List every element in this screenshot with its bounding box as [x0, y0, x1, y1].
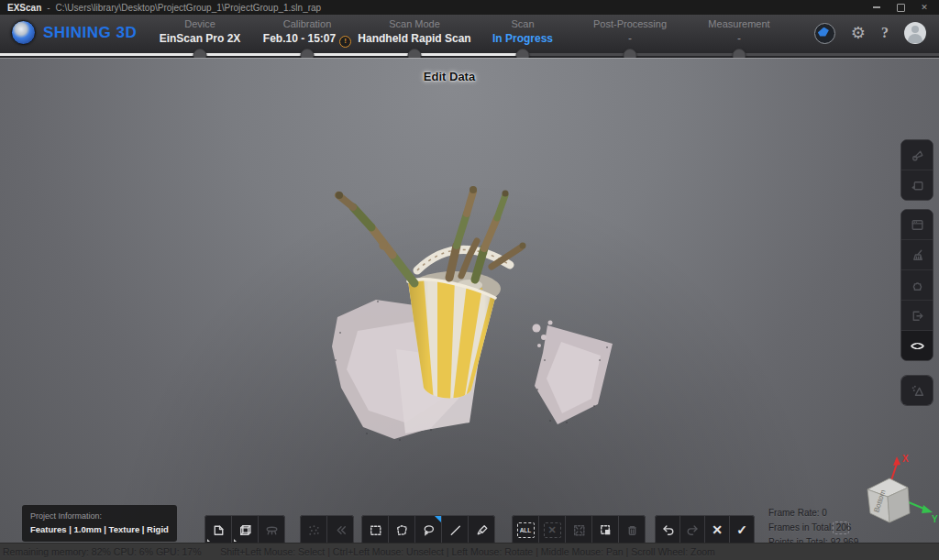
- help-icon[interactable]: ?: [881, 25, 889, 41]
- frame-rate: Frame Rate: 0: [768, 506, 858, 521]
- system-memory-status: Remaining memory: 82% CPU: 6% GPU: 17%: [3, 546, 202, 557]
- sidebar-group-edit: [900, 209, 933, 361]
- axis-x-label: X: [902, 454, 909, 464]
- invert-selection-button[interactable]: [591, 515, 619, 544]
- title-separator: -: [47, 3, 50, 13]
- settings-gear-icon[interactable]: ⚙: [851, 24, 866, 42]
- confirm-edit-button[interactable]: ✓: [729, 515, 755, 544]
- project-file-path: C:\Users\library\Desktop\ProjectGroup_1\…: [56, 3, 322, 13]
- toolbar-group-actions: ✕ ✓: [655, 515, 755, 544]
- broom-icon-button[interactable]: [901, 240, 933, 270]
- eye-icon-button[interactable]: [901, 331, 933, 360]
- select-all-label: ALL: [517, 522, 535, 538]
- title-bar: EXScan - C:\Users\library\Desktop\Projec…: [0, 0, 939, 15]
- delete-selection-button[interactable]: [618, 515, 646, 544]
- workflow-nav: SHINING 3D Device EinScan Pro 2X Calibra…: [0, 15, 939, 58]
- redo-button[interactable]: [679, 515, 705, 544]
- app-name: EXScan: [7, 3, 41, 13]
- expand-selection-button[interactable]: [565, 515, 592, 544]
- project-info-settings: Features | 1.0mm | Texture | Rigid: [30, 523, 169, 535]
- mesh-optimize-icon-button[interactable]: [901, 376, 933, 405]
- maximize-button[interactable]: [895, 2, 906, 13]
- status-bar: Remaining memory: 82% CPU: 6% GPU: 17% S…: [0, 543, 939, 560]
- active-tool-indicator: [435, 516, 441, 522]
- cube-icon-button[interactable]: [231, 515, 259, 544]
- line-select-icon-button[interactable]: [441, 515, 469, 544]
- brand-logo: SHINING 3D: [11, 20, 137, 45]
- window-panel-icon-button[interactable]: [901, 210, 933, 240]
- user-avatar[interactable]: [904, 22, 926, 44]
- shining3d-globe-icon: [11, 20, 36, 45]
- file-icon-button[interactable]: [204, 515, 232, 544]
- point-cloud-icon-button[interactable]: [300, 515, 327, 544]
- polygon-select-icon-button[interactable]: [388, 515, 415, 544]
- exscan-window: EXScan - C:\Users\library\Desktop\Projec…: [0, 0, 939, 560]
- edit-toolbar: ALL ✕: [204, 515, 755, 544]
- select-all-button[interactable]: ALL: [512, 515, 539, 544]
- project-info-box: Project Information: Features | 1.0mm | …: [22, 505, 177, 542]
- mode-banner: Edit Data: [424, 70, 475, 83]
- rewind-icon-button[interactable]: [326, 515, 354, 544]
- frame-bracket-icon: [833, 522, 849, 534]
- project-info-heading: Project Information:: [30, 511, 169, 522]
- unselect-button[interactable]: ✕: [538, 515, 566, 544]
- toolbar-group-data: [204, 515, 285, 544]
- toolbar-group-select-tools: [361, 515, 495, 544]
- 3d-viewport[interactable]: Edit Data: [0, 58, 939, 543]
- minimize-button[interactable]: [871, 2, 882, 13]
- toolbar-group-points: [300, 515, 354, 544]
- sidebar-group-mesh: [900, 375, 933, 406]
- cancel-edit-button[interactable]: ✕: [704, 515, 730, 544]
- mouse-hints: Shift+Left Mouse: Select | Ctrl+Left Mou…: [220, 546, 715, 557]
- export-icon-button[interactable]: [901, 301, 933, 331]
- rect-select-icon-button[interactable]: [361, 515, 389, 544]
- orientation-cube[interactable]: X Y Bottom: [853, 449, 939, 541]
- step-value: -: [661, 31, 817, 46]
- undo-button[interactable]: [655, 515, 680, 544]
- workflow-progress-track: [0, 53, 939, 56]
- progress-done-segment: [0, 53, 523, 56]
- axis-y-label: Y: [932, 514, 938, 524]
- step-label: Measurement: [661, 18, 817, 30]
- lasso-select-icon-button[interactable]: [414, 515, 442, 544]
- community-icon[interactable]: [814, 23, 835, 44]
- scan-point-cloud[interactable]: [0, 58, 939, 543]
- current-frame-icon-button[interactable]: [901, 170, 933, 200]
- close-button[interactable]: ✕: [919, 2, 930, 13]
- step-measurement[interactable]: Measurement -: [661, 18, 817, 46]
- navigate-icon-button[interactable]: [901, 140, 933, 170]
- brush-select-icon-button[interactable]: [468, 515, 495, 544]
- puzzle-icon-button[interactable]: [901, 270, 933, 301]
- sidebar-group-view: [900, 139, 933, 201]
- toolbar-group-selection: ALL ✕: [512, 515, 646, 544]
- table-icon-button[interactable]: [258, 515, 285, 544]
